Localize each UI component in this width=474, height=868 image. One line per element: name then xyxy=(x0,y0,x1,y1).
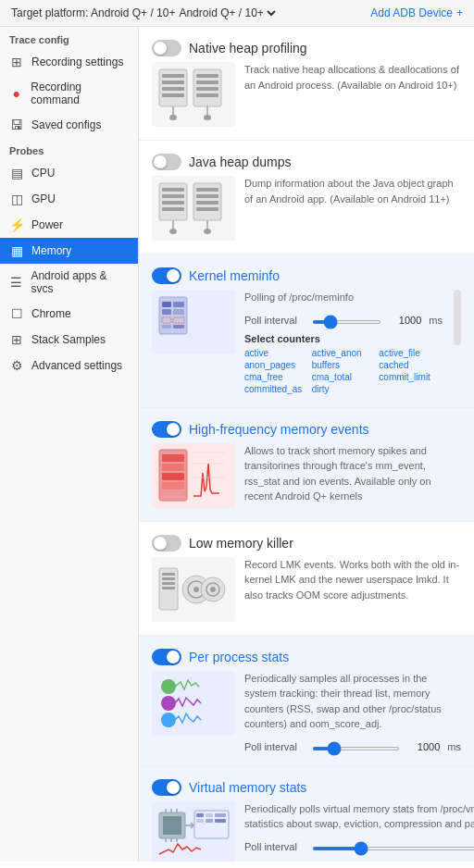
kernel-meminfo-poll-slider[interactable] xyxy=(312,320,381,324)
stack-samples-icon: ⊞ xyxy=(9,332,24,347)
per-process-poll-value: 1000 xyxy=(407,741,440,752)
svg-point-20 xyxy=(169,229,177,234)
svg-rect-23 xyxy=(196,194,218,198)
java-heap-description: Dump information about the Java object g… xyxy=(244,176,461,241)
counter-active[interactable]: active xyxy=(244,348,308,358)
per-process-stats-toggle[interactable] xyxy=(152,649,181,665)
svg-rect-32 xyxy=(173,309,184,315)
svg-rect-31 xyxy=(162,309,171,315)
low-memory-killer-toggle[interactable] xyxy=(152,535,181,552)
kernel-meminfo-icon-area xyxy=(152,290,235,354)
counter-active-file[interactable]: active_file xyxy=(379,348,443,358)
counter-cma-total[interactable]: cma_total xyxy=(312,372,376,382)
kernel-meminfo-toggle[interactable] xyxy=(152,267,181,284)
per-process-poll-slider[interactable] xyxy=(312,747,400,750)
per-process-stats-image xyxy=(155,673,233,733)
power-icon: ⚡ xyxy=(9,217,24,232)
scrollbar xyxy=(454,290,461,345)
java-heap-toggle[interactable] xyxy=(152,154,181,170)
sidebar-item-label: Power xyxy=(31,218,63,231)
probe-kernel-meminfo: Kernel meminfo xyxy=(139,254,474,408)
poll-slider-container xyxy=(312,315,381,326)
kernel-meminfo-counters-section: Select counters active active_anon activ… xyxy=(244,333,443,394)
sidebar-item-label: Saved configs xyxy=(31,118,101,131)
java-heap-title: Java heap dumps xyxy=(189,155,292,169)
sidebar-item-label: Stack Samples xyxy=(31,333,106,346)
sidebar: Trace config ⊞ Recording settings ● Reco… xyxy=(0,27,139,862)
virtual-memory-stats-title: Virtual memory stats xyxy=(189,780,306,795)
poll-slider-container xyxy=(312,741,400,752)
svg-rect-2 xyxy=(162,81,184,84)
sidebar-item-gpu[interactable]: ◫ GPU xyxy=(0,186,138,212)
sidebar-item-label: Chrome xyxy=(31,307,71,320)
svg-rect-39 xyxy=(162,464,184,471)
svg-rect-48 xyxy=(162,582,175,585)
svg-rect-46 xyxy=(162,573,175,576)
kernel-meminfo-poll-value: 1000 xyxy=(389,315,421,326)
high-freq-memory-toggle[interactable] xyxy=(152,421,181,438)
per-process-poll-row: Poll interval 1000 ms xyxy=(244,741,461,752)
probe-high-freq-memory-body: Allows to track short memory spikes and … xyxy=(152,443,461,508)
svg-rect-35 xyxy=(162,325,171,329)
counter-active-anon[interactable]: active_anon xyxy=(312,348,376,358)
probe-native-heap-body: Track native heap allocations & dealloca… xyxy=(152,62,461,127)
counter-dirty[interactable]: dirty xyxy=(312,384,376,394)
svg-rect-29 xyxy=(162,302,171,307)
svg-point-13 xyxy=(204,115,211,120)
header: Target platform: Android Q+ / 10+ Androi… xyxy=(0,0,474,27)
java-heap-icon-area xyxy=(152,176,235,241)
sidebar-item-android-apps[interactable]: ☰ Android apps & svcs xyxy=(0,264,138,301)
per-process-stats-title: Per process stats xyxy=(189,650,289,664)
virtual-memory-poll-slider[interactable] xyxy=(312,847,474,850)
counter-cma-free[interactable]: cma_free xyxy=(244,372,308,382)
virtual-memory-stats-toggle[interactable] xyxy=(152,779,181,796)
sidebar-item-label: CPU xyxy=(31,167,55,180)
probe-per-process-stats-header: Per process stats xyxy=(152,649,461,665)
sidebar-item-stack-samples[interactable]: ⊞ Stack Samples xyxy=(0,327,138,353)
counters-label: Select counters xyxy=(244,333,443,344)
svg-rect-36 xyxy=(173,325,184,329)
sidebar-item-recording-command[interactable]: ● Recording command xyxy=(0,75,138,112)
svg-point-58 xyxy=(161,713,176,727)
svg-rect-22 xyxy=(196,188,218,192)
counter-committed-as[interactable]: committed_as xyxy=(244,384,308,394)
virtual-memory-stats-icon-area xyxy=(152,801,235,862)
counter-commit-limit[interactable]: commit_limit xyxy=(379,372,443,382)
sidebar-item-power[interactable]: ⚡ Power xyxy=(0,212,138,238)
counter-anon-pages[interactable]: anon_pages xyxy=(244,360,308,370)
sidebar-item-label: Advanced settings xyxy=(31,359,122,372)
kernel-meminfo-poll-row: Poll interval 1000 ms xyxy=(244,315,443,326)
counters-grid: active active_anon active_file anon_page… xyxy=(244,348,443,394)
sidebar-item-memory[interactable]: ▦ Memory xyxy=(0,238,138,264)
svg-rect-16 xyxy=(162,194,184,198)
recording-settings-icon: ⊞ xyxy=(9,55,24,69)
low-memory-killer-image xyxy=(155,559,233,619)
sidebar-item-chrome[interactable]: ☐ Chrome xyxy=(0,301,138,327)
sidebar-item-recording-settings[interactable]: ⊞ Recording settings xyxy=(0,49,138,75)
add-device-button[interactable]: Add ADB Device + xyxy=(370,6,463,19)
svg-point-52 xyxy=(193,587,199,592)
poll-label: Poll interval xyxy=(244,841,305,852)
chrome-icon: ☐ xyxy=(9,306,24,321)
probe-native-heap: Native heap profiling xyxy=(139,27,474,141)
svg-rect-24 xyxy=(196,201,218,205)
probe-per-process-stats-body: Periodically samples all processes in th… xyxy=(152,671,461,752)
poll-unit: ms xyxy=(429,315,443,326)
sidebar-item-saved-configs[interactable]: 🖫 Saved configs xyxy=(0,112,138,138)
sidebar-item-cpu[interactable]: ▤ CPU xyxy=(0,160,138,186)
probe-java-heap-body: Dump information about the Java object g… xyxy=(152,176,461,241)
poll-label: Poll interval xyxy=(244,741,305,752)
counter-cached[interactable]: cached xyxy=(379,360,443,370)
sidebar-item-label: Android apps & svcs xyxy=(31,269,129,295)
poll-label: Poll interval xyxy=(244,315,305,326)
virtual-memory-counters-section: Select counters allocstall allocstall_mo… xyxy=(244,860,474,862)
native-heap-toggle[interactable] xyxy=(152,40,181,56)
sidebar-item-advanced-settings[interactable]: ⚙ Advanced settings xyxy=(0,353,138,378)
svg-rect-8 xyxy=(196,74,218,78)
recording-command-icon: ● xyxy=(9,86,23,101)
svg-rect-4 xyxy=(162,93,184,97)
svg-rect-9 xyxy=(196,81,218,84)
gpu-icon: ◫ xyxy=(9,192,24,206)
platform-select[interactable]: Android Q+ / 10+ xyxy=(175,6,279,20)
counter-buffers[interactable]: buffers xyxy=(312,360,376,370)
